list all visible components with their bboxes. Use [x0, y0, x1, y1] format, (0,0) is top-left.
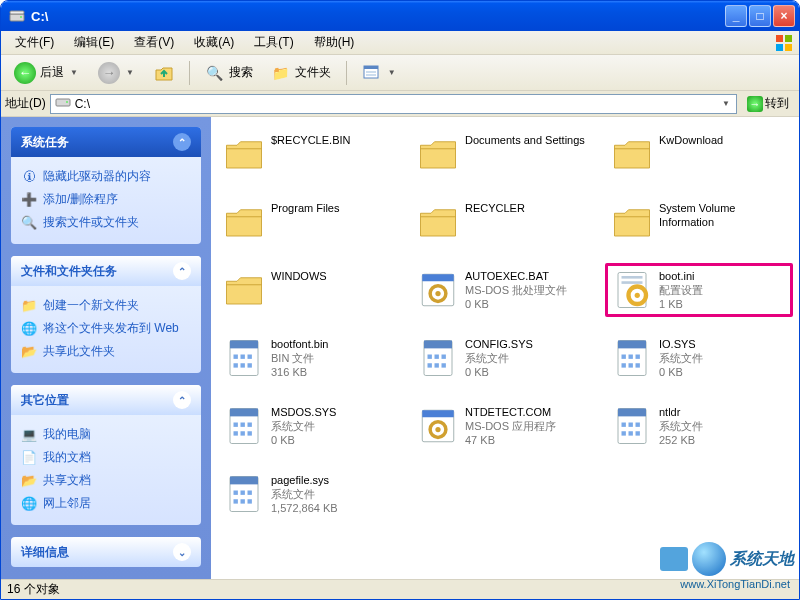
file-icon [611, 337, 653, 379]
chevron-up-icon: ⌃ [173, 391, 191, 409]
svg-rect-52 [241, 431, 245, 435]
menu-help[interactable]: 帮助(H) [304, 32, 365, 53]
svg-rect-24 [234, 355, 238, 359]
panel-header-details[interactable]: 详细信息 ⌄ [11, 537, 201, 567]
address-input-wrapper[interactable]: ▼ [50, 94, 737, 114]
svg-rect-48 [234, 423, 238, 427]
back-button[interactable]: ← 后退 ▼ [7, 58, 87, 88]
menu-tools[interactable]: 工具(T) [244, 32, 303, 53]
task-label: 添加/删除程序 [43, 191, 118, 208]
file-icon [223, 473, 265, 515]
menu-edit[interactable]: 编辑(E) [64, 32, 124, 53]
file-tile[interactable]: Documents and Settings [411, 127, 599, 181]
file-tile[interactable]: $RECYCLE.BIN [217, 127, 405, 181]
system-task-item[interactable]: 🛈隐藏此驱动器的内容 [21, 165, 191, 188]
file-name: WINDOWS [271, 269, 327, 283]
file-tile[interactable]: NTDETECT.COMMS-DOS 应用程序47 KB [411, 399, 599, 453]
svg-rect-4 [785, 35, 792, 42]
panel-header-file-tasks[interactable]: 文件和文件夹任务 ⌃ [11, 256, 201, 286]
menu-view[interactable]: 查看(V) [124, 32, 184, 53]
file-meta: Documents and Settings [465, 133, 585, 147]
minimize-button[interactable]: _ [725, 5, 747, 27]
close-button[interactable]: × [773, 5, 795, 27]
file-tile[interactable]: RECYCLER [411, 195, 599, 249]
folders-icon: 📁 [271, 63, 291, 83]
task-icon: 💻 [21, 427, 37, 443]
files-pane[interactable]: $RECYCLE.BINDocuments and SettingsKwDown… [211, 117, 799, 579]
file-name: ntldr [659, 405, 703, 419]
file-meta: bootfont.binBIN 文件316 KB [271, 337, 329, 379]
other-place-item[interactable]: 📄我的文档 [21, 446, 191, 469]
file-name: boot.ini [659, 269, 703, 283]
panel-header-system-tasks[interactable]: 系统任务 ⌃ [11, 127, 201, 157]
svg-rect-31 [424, 341, 452, 349]
svg-rect-18 [622, 276, 643, 279]
file-tile[interactable]: KwDownload [605, 127, 793, 181]
address-input[interactable] [75, 97, 716, 111]
other-place-item[interactable]: 💻我的电脑 [21, 423, 191, 446]
file-tile[interactable]: pagefile.sys系统文件1,572,864 KB [217, 467, 405, 521]
svg-rect-26 [248, 355, 252, 359]
svg-rect-33 [435, 355, 439, 359]
forward-icon: → [98, 62, 120, 84]
panel-header-other-places[interactable]: 其它位置 ⌃ [11, 385, 201, 415]
file-task-item[interactable]: 🌐将这个文件夹发布到 Web [21, 317, 191, 340]
file-meta: $RECYCLE.BIN [271, 133, 350, 147]
file-tile[interactable]: bootfont.binBIN 文件316 KB [217, 331, 405, 385]
system-task-item[interactable]: 🔍搜索文件或文件夹 [21, 211, 191, 234]
search-label: 搜索 [229, 64, 253, 81]
task-label: 创建一个新文件夹 [43, 297, 139, 314]
menu-file[interactable]: 文件(F) [5, 32, 64, 53]
file-tile[interactable]: WINDOWS [217, 263, 405, 317]
svg-rect-64 [629, 431, 633, 435]
search-button[interactable]: 🔍 搜索 [198, 59, 260, 87]
svg-rect-69 [241, 491, 245, 495]
panel-title-details: 详细信息 [21, 544, 69, 561]
window-buttons: _ □ × [725, 5, 795, 27]
file-meta: IO.SYS系统文件0 KB [659, 337, 703, 379]
svg-rect-25 [241, 355, 245, 359]
file-type: MS-DOS 应用程序 [465, 419, 556, 433]
folder-icon [417, 133, 459, 175]
go-button[interactable]: → 转到 [741, 93, 795, 114]
forward-button[interactable]: → ▼ [91, 58, 143, 88]
svg-rect-11 [56, 99, 70, 106]
file-meta: MSDOS.SYS系统文件0 KB [271, 405, 336, 447]
other-place-item[interactable]: 📂共享文档 [21, 469, 191, 492]
panel-title-file-tasks: 文件和文件夹任务 [21, 263, 117, 280]
file-tile[interactable]: System Volume Information [605, 195, 793, 249]
file-tile[interactable]: IO.SYS系统文件0 KB [605, 331, 793, 385]
task-label: 共享此文件夹 [43, 343, 115, 360]
file-type: 系统文件 [271, 419, 336, 433]
svg-rect-70 [248, 491, 252, 495]
task-label: 我的文档 [43, 449, 91, 466]
svg-rect-63 [622, 431, 626, 435]
up-button[interactable] [147, 59, 181, 87]
file-tile[interactable]: ntldr系统文件252 KB [605, 399, 793, 453]
file-tile[interactable]: Program Files [217, 195, 405, 249]
svg-point-16 [435, 291, 440, 296]
toolbar: ← 后退 ▼ → ▼ 🔍 搜索 📁 文件夹 ▼ [1, 55, 799, 91]
svg-rect-19 [622, 281, 643, 284]
forward-dropdown-icon: ▼ [124, 68, 136, 77]
file-meta: Program Files [271, 201, 339, 215]
svg-rect-29 [248, 363, 252, 367]
file-task-item[interactable]: 📂共享此文件夹 [21, 340, 191, 363]
address-dropdown-icon[interactable]: ▼ [720, 99, 732, 108]
file-tile[interactable]: CONFIG.SYS系统文件0 KB [411, 331, 599, 385]
file-tile[interactable]: MSDOS.SYS系统文件0 KB [217, 399, 405, 453]
file-tasks-list: 📁创建一个新文件夹🌐将这个文件夹发布到 Web📂共享此文件夹 [11, 286, 201, 373]
titlebar[interactable]: C:\ _ □ × [1, 1, 799, 31]
file-tile[interactable]: boot.ini配置设置1 KB [605, 263, 793, 317]
svg-rect-39 [618, 341, 646, 349]
file-task-item[interactable]: 📁创建一个新文件夹 [21, 294, 191, 317]
views-button[interactable]: ▼ [355, 59, 405, 87]
svg-rect-43 [622, 363, 626, 367]
file-tile[interactable]: AUTOEXEC.BATMS-DOS 批处理文件0 KB [411, 263, 599, 317]
system-task-item[interactable]: ➕添加/删除程序 [21, 188, 191, 211]
other-place-item[interactable]: 🌐网上邻居 [21, 492, 191, 515]
menu-favorites[interactable]: 收藏(A) [184, 32, 244, 53]
svg-rect-44 [629, 363, 633, 367]
folders-button[interactable]: 📁 文件夹 [264, 59, 338, 87]
maximize-button[interactable]: □ [749, 5, 771, 27]
